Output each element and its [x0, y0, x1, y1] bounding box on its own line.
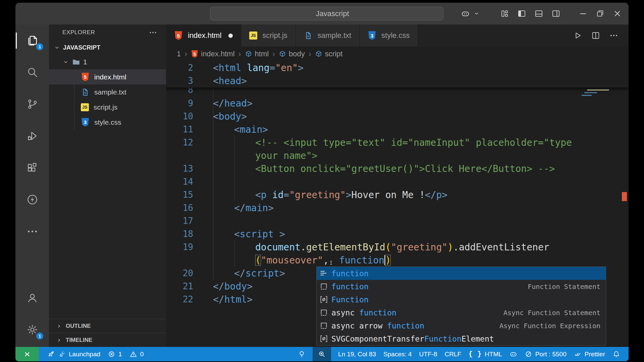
badge: 1 [36, 333, 43, 340]
activity-extensions[interactable] [15, 152, 49, 184]
copilot-dropdown-icon[interactable] [473, 9, 480, 18]
suggestion-label: Function [331, 295, 369, 304]
suggestion-async function[interactable]: async functionAsync Function Statement [317, 306, 606, 319]
remote-indicator[interactable] [15, 347, 39, 361]
suggestion-SVGComponentTransferFunctionElement[interactable]: SVGComponentTransferFunctionElement [317, 332, 606, 345]
breadcrumb-item-script[interactable]: script [315, 50, 343, 58]
status-eol[interactable]: CRLF [441, 347, 465, 361]
file-label: index.html [94, 73, 126, 81]
code-line-2[interactable]: 2<html lang="en"> [166, 61, 629, 74]
close-icon[interactable] [613, 9, 622, 18]
code-line-12[interactable]: 12<!-- <input type="text" id="nameInput"… [166, 136, 629, 149]
status-language-mode[interactable]: { }HTML [465, 347, 506, 361]
code-line-18[interactable]: 18<script > [166, 228, 629, 241]
minimize-icon[interactable] [579, 9, 588, 18]
activity-settings[interactable]: 1 [15, 314, 49, 346]
status-indentation[interactable]: Spaces: 4 [380, 347, 416, 361]
code-line-13[interactable]: 13<Button onclick="greetUser()">Click He… [166, 162, 629, 175]
code-line-11[interactable]: 11<main> [166, 123, 629, 136]
status-screencast[interactable] [294, 347, 309, 361]
code-line-17[interactable]: 17 [166, 215, 629, 228]
tab-label: script.js [262, 31, 287, 40]
suggestion-Function[interactable]: Function [317, 293, 606, 306]
split-editor-icon[interactable] [591, 31, 600, 40]
tab-script.js[interactable]: JSscript.js [241, 24, 296, 47]
activity-power[interactable] [15, 184, 49, 216]
customize-layout-icon[interactable] [500, 9, 509, 18]
folder-row[interactable]: 1 [49, 55, 166, 69]
breadcrumb-item-body[interactable]: body [279, 50, 305, 58]
line-number: 19 [166, 241, 193, 254]
command-center-search[interactable]: Javascript [210, 7, 443, 20]
code-line-19[interactable]: 19document.getElementById("greeting").ad… [166, 241, 629, 254]
activity-account[interactable] [15, 282, 49, 314]
code-line-15[interactable]: 15<p id="greeting">Hover on Me !</p> [166, 188, 629, 201]
code-line-wrap[interactable]: ("mouseover", function) [166, 254, 629, 267]
copilot-menu-icon[interactable] [461, 9, 470, 18]
file-index.html[interactable]: 5index.html [49, 69, 166, 84]
explorer-more-actions-icon[interactable] [149, 28, 157, 37]
rocket-icon [47, 350, 55, 358]
activity-run-and-debug[interactable] [15, 120, 49, 152]
outline-panel[interactable]: OUTLINE [49, 319, 166, 333]
chevron-down-icon [56, 337, 62, 344]
unsaved-dot[interactable] [228, 34, 233, 38]
activity-more-views[interactable] [15, 216, 49, 247]
run-icon[interactable] [573, 31, 582, 40]
suggestion-detail: Async Function Statement [503, 309, 600, 317]
txt-file-icon [81, 88, 90, 97]
workspace-section[interactable]: JAVASCRIPT [49, 41, 166, 55]
activity-explorer[interactable]: 1 [15, 24, 49, 56]
code-line-10[interactable]: 10<body> [166, 110, 629, 123]
suggestion-function[interactable]: function [317, 267, 606, 280]
tab-sample.txt[interactable]: sample.txt [296, 24, 360, 47]
suggestion-label: function [331, 269, 369, 278]
status-copilot-status[interactable] [506, 347, 521, 361]
breadcrumb-item-html[interactable]: html [245, 50, 269, 58]
tab-index.html[interactable]: 5index.html [166, 24, 241, 47]
code-line-9[interactable]: 9</head> [166, 97, 629, 110]
line-number: 12 [166, 136, 193, 149]
more-editor-actions-icon[interactable] [609, 31, 619, 40]
menu-icon[interactable] [48, 9, 58, 19]
timeline-panel[interactable]: TIMELINE [49, 333, 166, 347]
activity-search[interactable] [15, 56, 49, 88]
cube-icon [245, 50, 252, 58]
back-icon[interactable] [170, 9, 179, 18]
breadcrumb-item-1[interactable]: 1 [177, 50, 181, 58]
activity-source-control[interactable] [15, 88, 49, 120]
file-script.js[interactable]: JSscript.js [49, 100, 166, 115]
status-port[interactable]: Port : 5500 [521, 347, 570, 361]
suggestion-async arrow function[interactable]: async arrow functionAsync Function Expre… [317, 319, 606, 332]
code-line-3[interactable]: 3<head> [166, 74, 629, 87]
cube-icon [315, 50, 322, 58]
file-sample.txt[interactable]: sample.txt [49, 84, 166, 100]
line-number: 2 [166, 61, 193, 74]
breadcrumb-item-index.html[interactable]: 5index.html [191, 50, 234, 58]
line-number: 18 [166, 228, 193, 241]
restore-icon[interactable] [596, 9, 605, 18]
suggestion-label: function [331, 282, 369, 291]
status-encoding[interactable]: UTF-8 [416, 347, 441, 361]
status-cursor-position[interactable]: Ln 19, Col 83 [334, 347, 380, 361]
suggestion-function[interactable]: functionFunction Statement [317, 280, 606, 293]
tab-style.css[interactable]: 3style.css [360, 24, 418, 47]
file-style.css[interactable]: 3style.css [49, 115, 166, 130]
code-line-wrap[interactable]: your name"> [166, 149, 629, 162]
code-line-14[interactable]: 14 [166, 175, 629, 188]
toggle-primary-sidebar-icon[interactable] [517, 9, 526, 18]
status-problems-errors[interactable]: 1 [104, 347, 126, 361]
status-zoom[interactable] [313, 347, 331, 361]
status-problems-warnings[interactable]: 0 [126, 347, 148, 361]
toggle-panel-icon[interactable] [534, 9, 543, 18]
status-formatter[interactable]: Prettier [570, 347, 609, 361]
code-line-16[interactable]: 16</main> [166, 201, 629, 215]
status-launchpad[interactable]: Launchpad [44, 347, 104, 361]
badge: 1 [36, 43, 43, 50]
code-editor[interactable]: 2<html lang="en">3<head>89</head>10<body… [166, 61, 629, 347]
forward-icon[interactable] [189, 9, 198, 18]
status-notifications[interactable] [609, 347, 624, 361]
toggle-secondary-sidebar-icon[interactable] [551, 9, 560, 18]
code-line-8[interactable]: 8 [166, 88, 629, 97]
search-icon [304, 10, 312, 17]
